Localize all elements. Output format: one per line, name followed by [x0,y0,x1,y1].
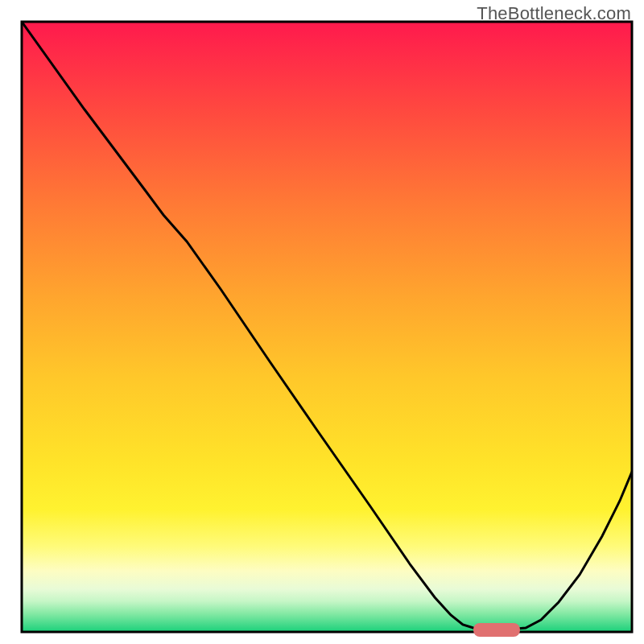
watermark-text: TheBottleneck.com [477,3,631,24]
plot-gradient-background [22,22,632,632]
chart-svg [0,0,644,644]
optimal-range-marker [473,623,520,637]
chart-root: TheBottleneck.com [0,0,644,644]
